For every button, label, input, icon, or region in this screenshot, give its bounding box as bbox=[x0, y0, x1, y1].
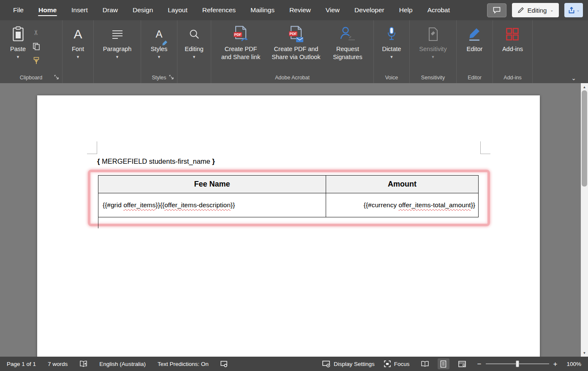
format-painter-button[interactable] bbox=[30, 55, 43, 66]
zoom-control: − + bbox=[477, 360, 558, 368]
format-painter-icon bbox=[33, 57, 40, 65]
proofing-errors-button[interactable] bbox=[79, 360, 87, 368]
scroll-up-button[interactable]: ▲ bbox=[581, 84, 588, 90]
fee-name-cell[interactable]: {{#grid offer_items}}{{offer_items-descr… bbox=[98, 193, 326, 217]
chevron-down-icon: ▼ bbox=[157, 55, 161, 59]
editing-mode-button[interactable]: Editing ⌄ bbox=[512, 3, 559, 17]
cut-button[interactable]: ✂ bbox=[30, 27, 43, 38]
paragraph-menu-button[interactable]: Paragraph ▼ bbox=[101, 23, 134, 72]
arrow-up-icon: ▲ bbox=[583, 85, 586, 89]
addins-button[interactable]: Add-ins bbox=[500, 23, 525, 72]
document-page[interactable]: { MERGEFIELD students-first_name } Fee N… bbox=[37, 95, 540, 357]
web-layout-button[interactable] bbox=[456, 358, 468, 369]
request-signatures-button[interactable]: Request Signatures bbox=[328, 23, 367, 72]
macro-record-button[interactable] bbox=[220, 361, 228, 367]
menu-tab-view[interactable]: View bbox=[325, 0, 340, 20]
editor-button[interactable]: Editor bbox=[464, 23, 485, 72]
table-header-row: Fee Name Amount bbox=[98, 176, 479, 193]
amount-header-cell[interactable]: Amount bbox=[326, 176, 479, 193]
template-token: {{#currency bbox=[364, 201, 399, 209]
menu-tab-draw[interactable]: Draw bbox=[102, 0, 118, 20]
menu-tab-developer[interactable]: Developer bbox=[354, 0, 385, 20]
styles-group-footer: Styles bbox=[141, 72, 177, 83]
print-layout-icon bbox=[440, 360, 446, 368]
dictate-button[interactable]: Dictate ▼ bbox=[379, 23, 403, 72]
create-pdf-outlook-label: Create PDF and Share via Outlook bbox=[271, 45, 321, 61]
menu-tab-file[interactable]: File bbox=[13, 0, 24, 20]
font-menu-button[interactable]: A Font ▼ bbox=[69, 23, 87, 72]
font-label: Font bbox=[72, 45, 84, 53]
menu-tab-design[interactable]: Design bbox=[132, 0, 153, 20]
chevron-down-icon: ▼ bbox=[192, 55, 196, 59]
fee-name-header-cell[interactable]: Fee Name bbox=[98, 176, 326, 193]
amount-cell[interactable]: {{#currency offer_items-total_amount}} bbox=[326, 193, 479, 217]
sensitivity-button: Sensitivity ▼ bbox=[416, 23, 449, 72]
menu-bar: File Home Insert Draw Design Layout Refe… bbox=[0, 0, 588, 20]
clipboard-dialog-launcher[interactable] bbox=[54, 75, 59, 81]
request-signatures-icon bbox=[339, 24, 356, 44]
vertical-scrollbar[interactable]: ▲ ▼ bbox=[581, 83, 588, 357]
menu-tab-home[interactable]: Home bbox=[38, 0, 57, 20]
editor-group: Editor Editor bbox=[457, 20, 493, 83]
ribbon-tab-strip: File Home Insert Draw Design Layout Refe… bbox=[13, 0, 450, 20]
margin-cropmark-left bbox=[87, 141, 97, 154]
svg-text:PDF: PDF bbox=[234, 32, 242, 37]
create-pdf-share-link-label: Create PDF and Share link bbox=[220, 45, 261, 61]
comments-button[interactable] bbox=[487, 3, 506, 17]
zoom-slider[interactable] bbox=[486, 363, 549, 364]
scroll-down-button[interactable]: ▼ bbox=[581, 349, 588, 356]
editing-mode-label: Editing bbox=[528, 7, 547, 14]
mergefield-text[interactable]: { MERGEFIELD students-first_name } bbox=[97, 157, 215, 165]
menu-tab-acrobat[interactable]: Acrobat bbox=[427, 0, 450, 20]
read-mode-button[interactable] bbox=[419, 358, 431, 369]
chevron-down-icon: ▼ bbox=[390, 55, 394, 59]
chevron-down-icon: ▼ bbox=[76, 55, 80, 59]
editing-menu-button[interactable]: Editing ▼ bbox=[182, 23, 206, 72]
styles-dialog-launcher[interactable] bbox=[169, 75, 174, 81]
read-mode-icon bbox=[421, 361, 429, 367]
create-pdf-share-link-button[interactable]: PDF Create PDF and Share link bbox=[218, 23, 264, 72]
fees-table[interactable]: Fee Name Amount {{#grid offer_items}}{{o… bbox=[98, 175, 479, 217]
collapse-ribbon-button[interactable]: ⌄ bbox=[571, 75, 576, 81]
margin-cropmark-right bbox=[480, 141, 490, 154]
template-token: }}{{ bbox=[156, 201, 165, 209]
zoom-in-button[interactable]: + bbox=[553, 360, 558, 368]
template-token: {{#grid bbox=[103, 201, 123, 209]
page-indicator[interactable]: Page 1 of 1 bbox=[7, 361, 36, 367]
menu-bar-actions: Editing ⌄ ⌄ bbox=[487, 3, 583, 17]
status-bar-right: Display Settings Focus bbox=[322, 358, 581, 369]
print-layout-button[interactable] bbox=[438, 358, 449, 369]
dialog-launcher-icon bbox=[54, 75, 59, 80]
addins-group-label: Add-ins bbox=[504, 75, 521, 81]
display-settings-button[interactable]: Display Settings bbox=[322, 360, 375, 368]
zoom-slider-thumb[interactable] bbox=[516, 360, 519, 367]
share-button[interactable]: ⌄ bbox=[564, 3, 583, 17]
menu-tab-mailings[interactable]: Mailings bbox=[250, 0, 275, 20]
language-indicator[interactable]: English (Australia) bbox=[99, 361, 146, 367]
copy-button[interactable] bbox=[30, 41, 43, 52]
menu-tab-insert[interactable]: Insert bbox=[71, 0, 88, 20]
menu-tab-help[interactable]: Help bbox=[399, 0, 413, 20]
zoom-percentage[interactable]: 100% bbox=[566, 361, 581, 367]
chevron-down-icon: ▼ bbox=[431, 55, 435, 59]
focus-button[interactable]: Focus bbox=[384, 360, 410, 367]
paste-button[interactable]: Paste ▼ bbox=[8, 23, 28, 72]
arrow-down-icon: ▼ bbox=[583, 351, 586, 355]
create-pdf-outlook-button[interactable]: PDF Create PDF and Share via Outlook bbox=[268, 23, 324, 72]
menu-tab-references[interactable]: References bbox=[202, 0, 236, 20]
menu-tab-review[interactable]: Review bbox=[289, 0, 311, 20]
document-canvas[interactable]: { MERGEFIELD students-first_name } Fee N… bbox=[0, 83, 581, 357]
word-count[interactable]: 7 words bbox=[48, 361, 68, 367]
zoom-out-button[interactable]: − bbox=[477, 360, 482, 368]
styles-menu-button[interactable]: A Styles ▼ bbox=[148, 23, 170, 72]
mergefield-field: MERGEFIELD students-first_name bbox=[100, 157, 212, 165]
scrollbar-thumb[interactable] bbox=[582, 90, 587, 187]
menu-tab-layout[interactable]: Layout bbox=[167, 0, 188, 20]
sensitivity-tag-icon bbox=[427, 24, 439, 44]
text-predictions-indicator[interactable]: Text Predictions: On bbox=[158, 361, 209, 367]
copy-icon bbox=[33, 43, 40, 50]
table-row: {{#grid offer_items}}{{offer_items-descr… bbox=[98, 193, 479, 217]
sensitivity-group-label: Sensitivity bbox=[421, 75, 445, 81]
clipboard-group-label: Clipboard bbox=[20, 75, 43, 81]
template-token: offer_items bbox=[123, 201, 155, 209]
